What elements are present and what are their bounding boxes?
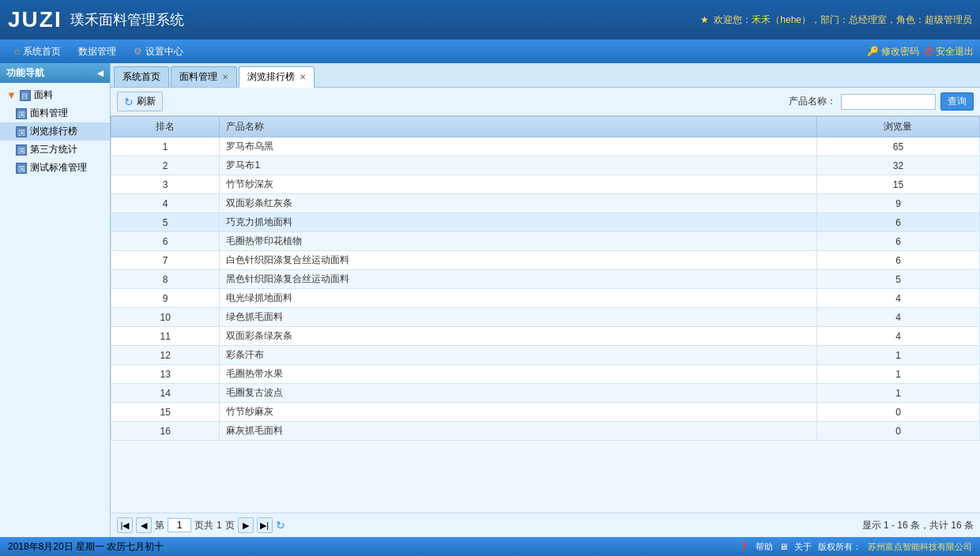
cell-rank: 4: [111, 194, 220, 213]
third-stats-icon: 国: [16, 145, 27, 156]
cell-name: 双面彩条绿灰条: [220, 327, 817, 346]
table-row[interactable]: 6 毛圈热带印花植物 6: [111, 232, 980, 251]
cell-rank: 13: [111, 365, 220, 384]
company-link[interactable]: 苏州富点智能科技有限公司: [868, 541, 972, 553]
table-row[interactable]: 15 竹节纱麻灰 0: [111, 403, 980, 422]
table-header-row: 排名 产品名称 浏览量: [111, 117, 980, 137]
page-suffix: 页: [225, 519, 235, 532]
cell-name: 毛圈热带水果: [220, 365, 817, 384]
tabs: 系统首页 面料管理 ✕ 浏览排行榜 ✕: [111, 63, 980, 88]
refresh-label: 刷新: [137, 95, 156, 108]
cell-name: 双面彩条红灰条: [220, 194, 817, 213]
next-page-button[interactable]: ▶: [238, 517, 254, 533]
cell-views: 6: [816, 251, 979, 270]
about-label[interactable]: 关于: [794, 541, 812, 553]
nav-settings-label: 设置中心: [145, 45, 183, 58]
cell-views: 1: [816, 346, 979, 365]
table-row[interactable]: 7 白色针织阳涤复合丝运动面料 6: [111, 251, 980, 270]
tab-fabric-label: 面料管理: [179, 70, 217, 84]
table-row[interactable]: 12 彩条汗布 1: [111, 346, 980, 365]
cell-views: 65: [816, 137, 979, 156]
search-input[interactable]: [841, 94, 936, 110]
sidebar-item-browse-rank[interactable]: 国 浏览排行榜: [0, 122, 110, 141]
cell-rank: 6: [111, 232, 220, 251]
sidebar-fabric-mgmt-label: 面料管理: [30, 107, 68, 120]
cell-views: 0: [816, 403, 979, 422]
table-row[interactable]: 8 黑色针织阳涤复合丝运动面料 5: [111, 270, 980, 289]
sidebar-item-third-stats[interactable]: 国 第三方统计: [0, 141, 110, 159]
main: 功能导航 ◀ ▼ 目 面料 国 面料管理 国 浏览排行榜 国 第三方统计 国: [0, 63, 980, 537]
power-icon: ⏻: [924, 46, 933, 57]
prev-page-button[interactable]: ◀: [136, 517, 152, 533]
logo: JUZI: [8, 7, 62, 32]
tab-home[interactable]: 系统首页: [114, 66, 169, 87]
table-row[interactable]: 10 绿色抓毛面料 4: [111, 308, 980, 327]
cell-rank: 10: [111, 308, 220, 327]
table-row[interactable]: 1 罗马布乌黑 65: [111, 137, 980, 156]
first-page-button[interactable]: |◀: [117, 517, 133, 533]
tab-fabric-close[interactable]: ✕: [222, 73, 228, 81]
cell-views: 1: [816, 365, 979, 384]
sidebar-item-test-std[interactable]: 国 测试标准管理: [0, 159, 110, 177]
logout-button[interactable]: ⏻ 安全退出: [924, 45, 974, 58]
col-views: 浏览量: [816, 117, 979, 137]
sidebar-section: ▼ 目 面料 国 面料管理 国 浏览排行榜 国 第三方统计 国 测试标准管理: [0, 83, 110, 180]
cell-rank: 2: [111, 156, 220, 175]
sidebar-title: 功能导航: [6, 66, 44, 80]
change-pwd-button[interactable]: 🔑 修改密码: [867, 45, 919, 58]
page-input[interactable]: [168, 518, 191, 532]
sidebar-group-fabric[interactable]: ▼ 目 面料: [0, 86, 110, 104]
table-row[interactable]: 4 双面彩条红灰条 9: [111, 194, 980, 213]
nav-settings[interactable]: ⚙ 设置中心: [126, 43, 191, 61]
tab-browse-label: 浏览排行榜: [247, 70, 295, 84]
footer-date: 2018年8月20日 星期一 农历七月初十: [8, 540, 164, 554]
cell-rank: 12: [111, 346, 220, 365]
table-row[interactable]: 5 巧克力抓地面料 6: [111, 213, 980, 232]
refresh-button[interactable]: ↻ 刷新: [117, 92, 163, 111]
nav-data[interactable]: 数据管理: [70, 43, 124, 61]
cell-views: 4: [816, 289, 979, 308]
folder-icon: 目: [20, 90, 31, 101]
table-row[interactable]: 13 毛圈热带水果 1: [111, 365, 980, 384]
tab-home-label: 系统首页: [122, 70, 160, 84]
cell-rank: 9: [111, 289, 220, 308]
tab-browse[interactable]: 浏览排行榜 ✕: [239, 66, 315, 88]
nav-home[interactable]: ⌂ 系统首页: [6, 43, 69, 61]
last-page-button[interactable]: ▶|: [257, 517, 273, 533]
cell-name: 电光绿抓地面料: [220, 289, 817, 308]
cell-views: 5: [816, 270, 979, 289]
monitor-icon: 🖥: [779, 542, 788, 551]
col-rank: 排名: [111, 117, 220, 137]
test-std-icon: 国: [16, 163, 27, 174]
table-row[interactable]: 2 罗马布1 32: [111, 156, 980, 175]
cell-rank: 5: [111, 213, 220, 232]
content: 系统首页 面料管理 ✕ 浏览排行榜 ✕ ↻ 刷新 产品名称： 查询: [111, 63, 980, 537]
search-label: 产品名称：: [789, 95, 836, 108]
tab-browse-close[interactable]: ✕: [300, 73, 306, 81]
table-row[interactable]: 11 双面彩条绿灰条 4: [111, 327, 980, 346]
cell-name: 毛圈复古波点: [220, 384, 817, 403]
home-icon: ⌂: [14, 46, 20, 57]
pagination-status: 显示 1 - 16 条，共计 16 条: [862, 519, 974, 532]
cell-views: 4: [816, 327, 979, 346]
table-row[interactable]: 3 竹节纱深灰 15: [111, 175, 980, 194]
change-pwd-label: 修改密码: [881, 45, 919, 58]
query-button[interactable]: 查询: [940, 92, 974, 111]
table-row[interactable]: 16 麻灰抓毛面料 0: [111, 422, 980, 441]
cell-views: 9: [816, 194, 979, 213]
page-refresh-icon[interactable]: ↻: [276, 519, 285, 532]
header-right: ★ 欢迎您：禾禾（hehe），部门：总经理室，角色：超级管理员: [700, 13, 972, 27]
col-name: 产品名称: [220, 117, 817, 137]
tab-fabric[interactable]: 面料管理 ✕: [171, 66, 237, 87]
table-body: 1 罗马布乌黑 65 2 罗马布1 32 3 竹节纱深灰 15 4 双面彩条红灰…: [111, 137, 980, 441]
cell-name: 白色针织阳涤复合丝运动面料: [220, 251, 817, 270]
browse-table: 排名 产品名称 浏览量 1 罗马布乌黑 65 2 罗马布1 32 3 竹节纱深灰…: [111, 116, 980, 441]
table-row[interactable]: 9 电光绿抓地面料 4: [111, 289, 980, 308]
pagination: |◀ ◀ 第 页共 1 页 ▶ ▶| ↻ 显示 1 - 16 条，共计 16 条: [111, 513, 980, 537]
browse-rank-icon: 国: [16, 126, 27, 137]
sidebar-collapse-icon[interactable]: ◀: [97, 69, 104, 77]
help-label[interactable]: 帮助: [756, 541, 773, 553]
sidebar-item-fabric-mgmt[interactable]: 国 面料管理: [0, 104, 110, 122]
cell-name: 毛圈热带印花植物: [220, 232, 817, 251]
table-row[interactable]: 14 毛圈复古波点 1: [111, 384, 980, 403]
